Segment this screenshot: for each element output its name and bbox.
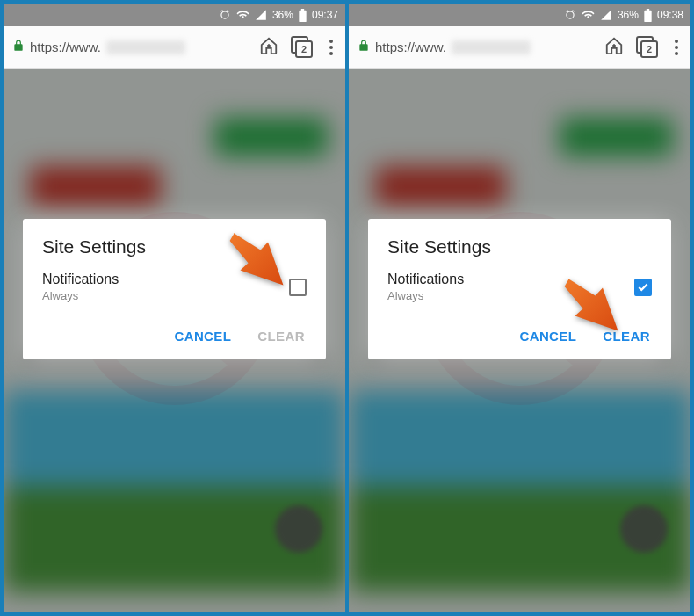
tab-count: 2 [640, 40, 658, 58]
clock-time: 09:37 [312, 9, 338, 21]
overflow-menu-icon[interactable] [326, 40, 336, 55]
notifications-label: Notifications [42, 272, 289, 287]
notifications-row[interactable]: Notifications Always [42, 272, 307, 302]
notifications-sublabel: Always [42, 289, 289, 302]
browser-url-bar: https://www. 2 [4, 26, 345, 69]
signal-icon [255, 9, 267, 21]
notifications-sublabel: Always [387, 289, 634, 302]
clear-button[interactable]: CLEAR [256, 323, 307, 349]
tabs-button[interactable]: 2 [636, 36, 659, 59]
tabs-button[interactable]: 2 [291, 36, 314, 59]
clear-button[interactable]: CLEAR [601, 323, 652, 349]
dialog-title: Site Settings [387, 236, 652, 257]
notifications-checkbox[interactable] [289, 279, 307, 296]
url-text: https://www. [30, 40, 101, 54]
signal-icon [600, 9, 612, 21]
wifi-icon [582, 9, 595, 21]
battery-icon [644, 9, 652, 22]
url-text: https://www. [375, 40, 446, 54]
battery-icon [299, 9, 307, 22]
lock-icon [358, 39, 370, 55]
status-bar: 36% 09:37 [4, 4, 345, 26]
screenshot-right: 36% 09:38 https://www. 2 Site Settings N… [349, 4, 690, 612]
notifications-label: Notifications [387, 272, 634, 287]
url-hidden-part [106, 40, 185, 54]
site-settings-dialog: Site Settings Notifications Always CANCE… [368, 219, 671, 359]
wifi-icon [236, 9, 249, 21]
battery-percent: 36% [618, 9, 639, 21]
battery-percent: 36% [272, 9, 293, 21]
notifications-checkbox[interactable] [634, 279, 652, 296]
url-hidden-part [452, 40, 531, 54]
clock-time: 09:38 [657, 9, 683, 21]
alarm-icon [219, 9, 231, 21]
notifications-row[interactable]: Notifications Always [387, 272, 652, 302]
alarm-icon [564, 9, 576, 21]
tab-count: 2 [295, 40, 313, 58]
cancel-button[interactable]: CANCEL [517, 323, 578, 349]
cancel-button[interactable]: CANCEL [172, 323, 233, 349]
dialog-title: Site Settings [42, 236, 307, 257]
site-settings-dialog: Site Settings Notifications Always CANCE… [23, 219, 326, 359]
status-bar: 36% 09:38 [349, 4, 690, 26]
browser-url-bar: https://www. 2 [349, 26, 690, 69]
overflow-menu-icon[interactable] [671, 40, 682, 55]
home-icon[interactable] [604, 36, 624, 59]
lock-icon [12, 39, 25, 55]
url-field[interactable]: https://www. [358, 26, 592, 68]
url-field[interactable]: https://www. [12, 26, 247, 68]
screenshot-left: 36% 09:37 https://www. 2 Site Settings N… [4, 4, 345, 612]
home-icon[interactable] [259, 36, 278, 59]
